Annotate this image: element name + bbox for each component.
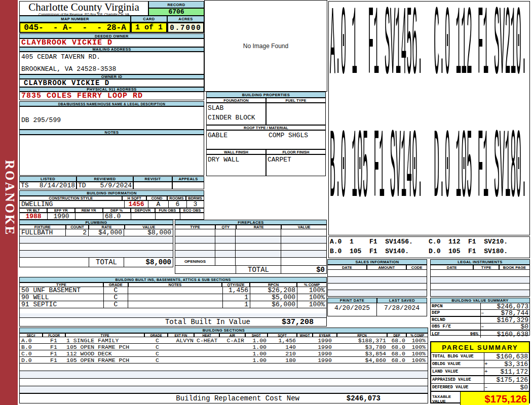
parcel-op: – — [484, 384, 490, 390]
sales-header-amount: AMOUNT — [367, 265, 407, 270]
building-info-value-row1: DWELLING 1456 A 6 3 — [19, 200, 204, 208]
legal-header-type: TYPE — [473, 265, 499, 270]
bs-sec: C.0 — [20, 350, 43, 356]
sketch-stretched-line1: A.0 1 F1 SV1456. C.0 112 F1 SV210. — [330, 1, 527, 97]
bs-dep: 68.0 — [388, 344, 407, 350]
empty-row — [175, 229, 327, 236]
bs-rpcn: $3,780 — [337, 344, 388, 350]
built-ins-headers: TYPE GRADE NOTES QTY/SIZE RPCN % COMP — [19, 282, 327, 287]
empty-row — [327, 284, 427, 290]
listed-by: TS — [21, 182, 29, 189]
building-sections-footer: Building Replacement Cost New $246,073 — [19, 393, 428, 403]
built-ins-total-row: Total Built In Value $37,208 — [19, 318, 327, 327]
bs-shgt: 1.00 — [246, 337, 268, 343]
building-properties-headers1: FOUNDATION FUEL TYPE — [206, 98, 326, 103]
foundation-line1: SLAB — [207, 103, 265, 112]
building-properties-title: BUILDING PROPERTIES — [206, 92, 326, 98]
depovr-label: DEPOVR — [131, 208, 155, 213]
record-label: RECORD — [148, 1, 204, 8]
empty-row — [19, 244, 173, 251]
revisit-value — [133, 182, 172, 189]
building-sections-row: D.0 F1 105 OPEN FRAME PCH C 1.00 180 199… — [19, 357, 428, 363]
parcel-summary-box: PARCEL SUMMARY TOTAL BLDG VALUE $160,638… — [430, 341, 530, 403]
parcel-row: OBLDG VALUE + $3,316 — [431, 360, 529, 368]
built-ins-rpcn: $5,000 — [250, 294, 297, 301]
parcel-value: $3,316 — [490, 360, 529, 368]
bs-floor: F1 — [43, 350, 65, 356]
fuel-type-label: FUEL TYPE — [266, 98, 326, 103]
built-ins-header-qty: QTY/SIZE — [222, 282, 250, 287]
building-info-value-row2: 1988 1990 68.0 — [19, 213, 204, 220]
bs-rpcn: $4,860 — [337, 357, 388, 363]
taxable-value: $175,126 — [461, 392, 529, 405]
photo-placeholder-text: No Image Found — [243, 43, 288, 50]
listed-value: TS 8/14/2018 — [19, 182, 77, 189]
building-sections-row: B.0 F1 105 OPEN FRAME PCH C 1.00 140 199… — [19, 344, 428, 350]
print-date-headers: PRINT DATE LAST SAVED — [327, 298, 427, 303]
reviewed-value: TD 5/9/2024 — [77, 182, 133, 189]
fun-obs-value — [156, 213, 180, 219]
replacement-cost-value: $246,073 — [332, 394, 381, 402]
replacement-cost-label: Building Replacement Cost New — [20, 394, 332, 402]
plumbing-total-value: $8,000 — [124, 258, 173, 267]
foundation-value: SLAB CINDER BLOCK — [206, 103, 266, 125]
built-ins-qty: 1,456 — [223, 287, 250, 294]
plumbing-title: PLUMBING — [19, 220, 173, 225]
fuel-type-value — [266, 103, 326, 125]
eff-yr-label: EFF YR — [47, 208, 75, 213]
roof-type-value: GABLE — [207, 131, 269, 149]
building-properties-values1: SLAB CINDER BLOCK — [206, 103, 326, 125]
taxable-label: TAXABLE VALUE — [431, 392, 461, 405]
mailing-address-line2: BROOKNEAL, VA 24528-3538 — [21, 65, 116, 73]
yr-blt-label: YR BLT — [19, 208, 47, 213]
bs-h-extfin: EXT FIN — [168, 333, 194, 337]
fireplaces-header-qty: QTY — [215, 225, 236, 229]
bs-air — [220, 350, 246, 356]
roof-values: GABLE COMP SHGLS — [206, 130, 326, 149]
yr-blt-value: 1988 — [20, 213, 48, 219]
appeals-value — [172, 182, 204, 189]
eff-yr-value: 1990 — [48, 213, 75, 219]
taxable-row: TAXABLE VALUE $175,126 — [431, 391, 529, 405]
owner-id-label: OWNER ID — [19, 74, 204, 79]
empty-row — [19, 386, 428, 393]
bs-whgt — [297, 350, 313, 356]
physical-address-value: 7835 COLES FERRY LOOP RD — [19, 92, 204, 100]
built-ins-comp: 100% — [297, 294, 326, 301]
parcel-label: DEFERRED VALUE — [431, 384, 484, 391]
built-ins-title: BUILDING BUILT INS, BASEMENTS, ATTICS & … — [19, 277, 327, 282]
bs-shgt: 1.00 — [246, 344, 268, 350]
empty-row — [327, 277, 427, 284]
rem-yr-value — [75, 213, 103, 219]
print-date-values: 4/20/2025 7/28/2024 — [327, 303, 427, 316]
bs-type: 105 OPEN FRAME PCH — [65, 357, 146, 363]
fireplaces-headers: TYPE QTY RATE VALUE — [175, 225, 327, 229]
floor-finish-label: FLOOR FINISH — [266, 149, 326, 154]
bs-air — [220, 344, 246, 350]
built-ins-notes — [128, 294, 223, 301]
bvs-value: $78,744 — [487, 309, 529, 317]
deeded-owner-value: CLAYBROOK VICKIE D — [19, 38, 204, 47]
owner-id-value: CLAYBROOK VICKIE D — [19, 79, 204, 87]
empty-row — [19, 379, 428, 386]
reviewed-label: REVIEWED — [77, 176, 133, 182]
parcel-row: DEFERRED VALUE – $0 — [431, 384, 529, 391]
parcel-value: $175,126 — [490, 376, 529, 384]
foundation-line2: CINDER BLOCK — [207, 112, 265, 122]
bs-sec: A.0 — [20, 337, 43, 343]
cond-label: COND — [146, 196, 167, 200]
empty-row — [430, 290, 530, 297]
fireplaces-header-rate: RATE — [236, 225, 282, 229]
empty-row — [430, 277, 530, 284]
built-ins-type: 50 UNF BASEMENT — [20, 287, 104, 294]
bs-h-eyear: EYEAR — [313, 333, 337, 337]
built-ins-header-grade: GRADE — [103, 282, 128, 287]
fireplaces-header-value: VALUE — [281, 225, 327, 229]
appeals-label: APPEALS — [172, 176, 204, 182]
bs-sqft: 140 — [268, 344, 297, 350]
bs-rpcn: $3,854 — [337, 350, 388, 356]
parcel-row: LAND VALUE + $11,172 — [431, 368, 529, 376]
bs-type: 112 WOOD DECK — [65, 350, 146, 356]
bs-heat: C-HEAT — [195, 337, 220, 343]
built-ins-notes — [128, 287, 223, 294]
